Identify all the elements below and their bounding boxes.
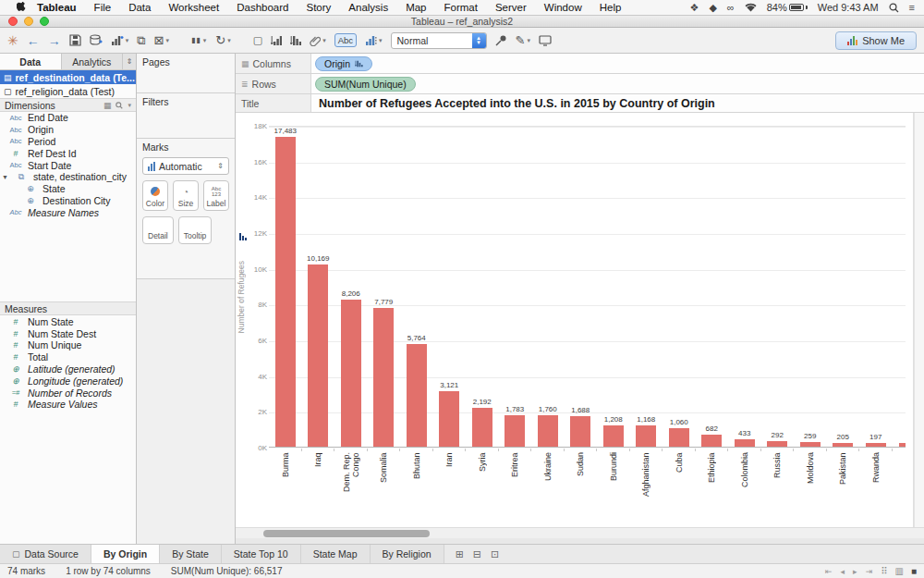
sort-ascending-button[interactable] [271,35,282,45]
rows-pill-sum-num-unique[interactable]: SUM(Num Unique) [315,77,416,92]
bar-mark-pakistan[interactable] [833,443,853,447]
sort-descending-button[interactable] [290,35,301,45]
size-button[interactable]: ◔ Size [173,180,199,211]
measure-field-num-state-dest[interactable]: #Num State Dest [0,327,136,339]
x-axis-category-label[interactable]: Ethiopia [707,452,716,519]
measure-field-num-unique[interactable]: #Num Unique [0,339,136,351]
bar-mark-moldova[interactable] [800,442,821,447]
horizontal-scrollbar-thumb[interactable] [263,530,430,537]
redo-button[interactable]: → [48,33,61,48]
vertical-scrollbar[interactable] [914,113,924,527]
bar-mark-bhutan[interactable] [407,344,427,447]
highlight-button[interactable]: ▢ [253,34,262,46]
bar-mark-clipped[interactable] [899,443,906,447]
bar-mark-iraq[interactable] [308,264,328,447]
tableau-logo-icon[interactable]: ✳ [7,33,18,48]
menu-map[interactable]: Map [406,2,426,13]
dimension-field-origin[interactable]: AbcOrigin [0,124,136,136]
bar-mark-russia[interactable] [767,441,787,447]
dropbox-icon[interactable]: ❖ [690,2,699,14]
measure-field-measure-values[interactable]: #Measure Values [0,399,136,411]
measure-field-latitude-generated-[interactable]: ⊕Latitude (generated) [0,363,136,375]
columns-shelf[interactable]: ▦ Columns Origin [236,54,924,74]
columns-pill-origin[interactable]: Origin [315,56,372,71]
new-worksheet-tab-icon[interactable]: ⊞ [456,548,464,560]
color-button[interactable]: Color [142,180,168,211]
undo-button[interactable]: ← [27,33,40,48]
menu-analysis[interactable]: Analysis [348,2,388,13]
show-mark-labels-button[interactable]: Abc [334,33,357,47]
dimension-field-start-date[interactable]: AbcStart Date [0,159,136,171]
sheet-tab-by-religion[interactable]: By Religion [371,545,444,563]
dimension-field-destination-city[interactable]: ⊕Destination City [0,195,136,207]
data-source-item[interactable]: ▢ref_religion_data (Test) [0,84,136,98]
bar-mark-eritrea[interactable] [505,415,525,447]
bar-mark-iran[interactable] [439,391,459,447]
bar-mark-ethiopia[interactable] [701,435,722,447]
glasses-icon[interactable]: ∞ [727,2,735,13]
x-axis-category-label[interactable]: Bhutan [412,452,421,519]
fit-dropdown[interactable]: Normal ▲▼ [391,32,487,49]
x-axis-category-label[interactable]: Moldova [806,452,815,519]
rows-shelf[interactable]: ≣ Rows SUM(Num Unique) [236,74,924,94]
x-axis-category-label[interactable]: Sudan [576,452,585,519]
x-axis-category-label[interactable]: Afghanistan [641,452,650,519]
mark-type-dropdown[interactable]: Automatic ⇕ [142,157,229,175]
show-me-button[interactable]: Show Me [835,31,917,50]
show-hide-cards-button[interactable]: ▾ [365,35,383,46]
bar-mark-sudan[interactable] [570,416,590,447]
close-window-button[interactable] [8,17,18,26]
x-axis-category-label[interactable]: Eritrea [510,452,519,519]
bar-mark-burundi[interactable] [603,425,624,447]
menu-help[interactable]: Help [600,2,622,13]
pages-card[interactable]: Pages [137,54,235,93]
bar-mark-cuba[interactable] [669,428,689,447]
spotlight-search-icon[interactable] [889,3,899,13]
bar-mark-burma[interactable] [275,137,296,447]
menu-dashboard[interactable]: Dashboard [237,2,288,13]
group-members-button[interactable]: ▾ [310,35,326,46]
fix-axes-pin-icon[interactable] [495,34,507,46]
sheet-tab-data-source[interactable]: ▢Data Source [0,545,91,563]
measure-field-longitude-generated-[interactable]: ⊕Longitude (generated) [0,375,136,387]
filters-card[interactable]: Filters [137,93,235,139]
menu-server[interactable]: Server [495,2,527,13]
bar-mark-somalia[interactable] [373,308,394,447]
bar-mark-rwanda[interactable] [866,443,886,447]
measure-field-number-of-records[interactable]: =#Number of Records [0,387,136,399]
tab-data[interactable]: Data [0,54,62,69]
sheet-tab-by-state[interactable]: By State [160,545,222,563]
pane-expander-icon[interactable]: ⇕ [123,54,136,69]
first-sheet-icon[interactable]: ⇤ [825,567,833,576]
data-source-item[interactable]: ▤ref_destination_data (Te... [0,70,136,84]
fullscreen-view-icon[interactable]: ■ [911,566,917,576]
pause-auto-updates-button[interactable]: ▮▮▾ [191,36,207,44]
menu-format[interactable]: Format [444,2,478,13]
notification-center-icon[interactable]: ≡ [909,2,915,13]
measure-field-total[interactable]: #Total [0,351,136,363]
duplicate-sheet-button[interactable]: ⧉ [137,33,145,48]
view-as-grid-icon[interactable]: ▦ [103,101,112,110]
chart-view[interactable]: Number of Refugees 18K16K14K12K10K8K6K4K… [236,113,914,527]
prev-sheet-icon[interactable]: ◂ [841,567,846,576]
wifi-icon[interactable] [745,3,757,12]
new-data-source-button[interactable] [90,34,103,46]
bar-mark-colombia[interactable] [735,439,755,447]
dimension-field-period[interactable]: AbcPeriod [0,136,136,148]
x-axis-category-label[interactable]: Syria [478,452,487,519]
title-shelf[interactable]: Title Number of Refugees Accepted into t… [236,94,924,113]
sheet-sorter-icon[interactable]: ⠿ [881,566,887,576]
save-button[interactable] [69,34,81,46]
new-worksheet-button[interactable]: ▾ [111,34,129,46]
dimension-field-end-date[interactable]: AbcEnd Date [0,112,136,124]
tooltip-button[interactable]: Tooltip [178,216,213,244]
measure-field-num-state[interactable]: #Num State [0,315,136,327]
axis-sort-indicator-icon[interactable] [239,233,247,240]
x-axis-category-label[interactable]: Somalia [379,452,388,519]
run-update-button[interactable]: ↻▾ [215,33,230,47]
highlight-pen-button[interactable]: ✎▾ [516,33,530,47]
new-story-tab-icon[interactable]: ⊡ [491,548,499,560]
x-axis-category-label[interactable]: Iran [444,452,454,519]
menu-file[interactable]: File [94,2,112,13]
bar-mark-afghanistan[interactable] [636,425,656,447]
